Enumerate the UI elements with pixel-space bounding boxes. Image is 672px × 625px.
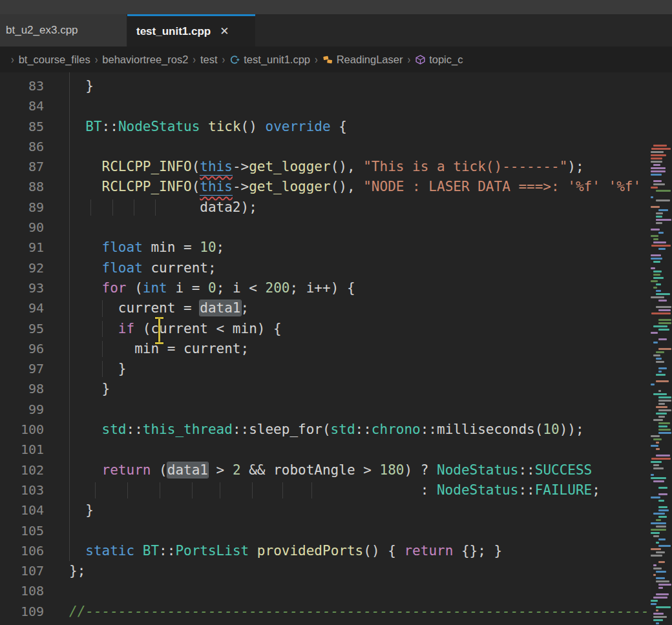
- minimap-line: [653, 241, 666, 243]
- breadcrumb-item-readinglaser[interactable]: ReadingLaser: [322, 54, 403, 66]
- code-line[interactable]: 89 data2);: [0, 198, 651, 218]
- breadcrumb-item-test[interactable]: test: [200, 54, 218, 66]
- minimap-line: [653, 354, 660, 356]
- code-line[interactable]: 90: [0, 218, 651, 238]
- breadcrumb-label: topic_c: [429, 54, 463, 66]
- code-line[interactable]: 96 min = current;: [0, 339, 651, 359]
- code-line[interactable]: 86: [0, 137, 651, 157]
- code-line[interactable]: 95 if (current < min) {: [0, 319, 651, 339]
- minimap-line: [658, 322, 671, 324]
- breadcrumb-chevron-icon: ›: [222, 53, 226, 66]
- code-line[interactable]: 93 for (int i = 0; i < 200; i++) {: [0, 278, 651, 298]
- minimap-line: [651, 245, 671, 247]
- code-line[interactable]: 94 current = data1;: [0, 298, 651, 318]
- line-number: 96: [0, 339, 44, 359]
- breadcrumb-label: test: [200, 54, 218, 66]
- code-line[interactable]: 102 return (data1 > 2 && robotAngle > 18…: [0, 460, 651, 480]
- line-number: 90: [0, 218, 44, 238]
- code-line[interactable]: 103 : NodeStatus::FAILURE;: [0, 480, 651, 500]
- breadcrumb-item-topic-c[interactable]: topic_c: [415, 54, 463, 66]
- minimap-line: [651, 600, 658, 602]
- code-line[interactable]: 91 float min = 10;: [0, 238, 651, 258]
- code-text: [69, 218, 651, 238]
- minimap-line: [656, 413, 667, 415]
- code-line[interactable]: 106 static BT::PortsList providedPorts()…: [0, 541, 651, 561]
- code-line[interactable]: 87 RCLCPP_INFO(this->get_logger(), "This…: [0, 157, 651, 177]
- minimap-line: [653, 274, 660, 276]
- code-line[interactable]: 104 }: [0, 500, 651, 520]
- code-text: }: [69, 379, 651, 399]
- code-line[interactable]: 92 float current;: [0, 258, 651, 278]
- minimap-line: [653, 393, 667, 395]
- code-line[interactable]: 84: [0, 96, 651, 116]
- indent-guide: [252, 482, 253, 498]
- minimap-line: [653, 145, 667, 147]
- minimap-line: [656, 293, 670, 295]
- breadcrumb-chevron-icon: ›: [11, 53, 14, 66]
- indent-guide: [127, 482, 128, 498]
- tab-test-unit1[interactable]: test_unit1.cpp ✕: [127, 14, 255, 46]
- minimap-line: [656, 190, 671, 192]
- code-text: [69, 581, 651, 601]
- breadcrumb-item-behaviortree-ros2[interactable]: behaviortree_ros2: [102, 54, 188, 66]
- minimap-line: [651, 235, 658, 237]
- minimap-line: [658, 248, 666, 250]
- line-number: 105: [0, 521, 44, 541]
- minimap-line: [656, 358, 662, 360]
- minimap-line: [658, 584, 671, 586]
- code-line[interactable]: 98 }: [0, 379, 651, 399]
- minimap-line: [656, 219, 671, 221]
- breadcrumb-label: ReadingLaser: [337, 54, 403, 66]
- code-editor[interactable]: 83 }8485 BT::NodeStatus tick() override …: [0, 72, 672, 625]
- minimap-line: [651, 167, 666, 169]
- minimap-line: [656, 222, 662, 224]
- minimap-line: [656, 380, 669, 382]
- minimap-line: [658, 319, 671, 321]
- code-line[interactable]: 108: [0, 581, 651, 601]
- code-line[interactable]: 97 }: [0, 359, 651, 379]
- minimap[interactable]: [651, 145, 672, 625]
- minimap-line: [651, 148, 671, 150]
- code-line[interactable]: 109//-----------------------------------…: [0, 602, 651, 622]
- breadcrumb-item-test-unit1-cpp[interactable]: test_unit1.cpp: [229, 54, 310, 66]
- minimap-line: [651, 312, 671, 314]
- minimap-line: [653, 325, 667, 327]
- minimap-line: [656, 212, 663, 214]
- indent-guide: [282, 482, 283, 498]
- code-line[interactable]: 105: [0, 521, 651, 541]
- minimap-line: [658, 429, 671, 431]
- code-text: }: [69, 500, 651, 520]
- minimap-line: [651, 332, 658, 334]
- minimap-line: [658, 371, 662, 373]
- indent-guide: [95, 482, 96, 498]
- code-line[interactable]: 101: [0, 440, 651, 460]
- line-number: 108: [0, 581, 44, 601]
- minimap-line: [656, 374, 666, 376]
- code-line[interactable]: 83 }: [0, 76, 651, 96]
- minimap-line: [653, 183, 665, 185]
- indent-guide: [134, 200, 134, 216]
- minimap-line: [658, 400, 671, 402]
- tab-label: bt_u2_ex3.cpp: [0, 24, 78, 37]
- tab-bt-u2-ex3[interactable]: bt_u2_ex3.cpp: [0, 14, 127, 46]
- code-text: }: [69, 359, 651, 379]
- minimap-line: [651, 532, 660, 534]
- code-text: };: [69, 561, 651, 581]
- minimap-line: [651, 154, 666, 156]
- code-text: }: [69, 76, 651, 96]
- line-number: 102: [0, 460, 44, 480]
- minimap-line: [658, 422, 670, 424]
- minimap-line: [658, 403, 665, 405]
- close-icon[interactable]: ✕: [220, 26, 229, 37]
- minimap-line: [658, 300, 667, 302]
- indent-guide: [220, 482, 220, 498]
- code-line[interactable]: 85 BT::NodeStatus tick() override {: [0, 117, 651, 137]
- code-line[interactable]: 88 RCLCPP_INFO(this->get_logger(), "NODE…: [0, 177, 651, 197]
- class-symbol-icon: [322, 54, 333, 65]
- minimap-line: [656, 542, 659, 544]
- code-line[interactable]: 107};: [0, 561, 651, 581]
- code-line[interactable]: 100 std::this_thread::sleep_for(std::chr…: [0, 420, 651, 440]
- code-line[interactable]: 99: [0, 400, 651, 420]
- breadcrumb-item-bt-course-files[interactable]: bt_course_files: [19, 54, 90, 66]
- cpp-file-icon: [229, 54, 240, 65]
